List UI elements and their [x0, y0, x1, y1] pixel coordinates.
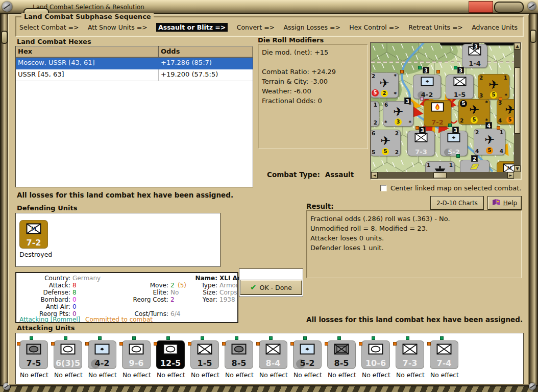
scroll-thumb[interactable]: [515, 67, 520, 134]
scroll-up-button[interactable]: ▲: [514, 43, 521, 50]
attacking-unit[interactable]: 7-4 No effect: [429, 340, 460, 379]
charts-button[interactable]: 2-D-10 Charts: [430, 196, 484, 210]
orange-marker-icon: [17, 342, 20, 346]
hex-column-header[interactable]: Hex: [16, 46, 159, 58]
scrollbar-corner: [514, 172, 521, 179]
map-counter[interactable]: 5-2: [440, 131, 468, 156]
unit-info-label: Country:: [44, 275, 70, 282]
combat-type-value: Assault: [325, 170, 354, 179]
sequence-step[interactable]: Advance Units: [472, 23, 518, 31]
scroll-left-button[interactable]: ◄: [371, 172, 378, 179]
map-counter[interactable]: ✈5*25*: [458, 99, 490, 125]
attacking-unit[interactable]: 10-6 No effect: [360, 340, 392, 379]
unit-effect: No effect: [326, 372, 358, 379]
map-counter[interactable]: ✈62552: [371, 130, 401, 156]
losses-assigned-message-left: All losses for this land combat hex have…: [17, 191, 233, 199]
attacking-unit[interactable]: 9-6 No effect: [121, 340, 153, 379]
map-marker-dot: [420, 97, 424, 101]
attacking-unit[interactable]: 4-2 No effect: [87, 340, 118, 379]
sequence-step[interactable]: Convert =>: [237, 23, 275, 31]
subphase-sequence-title: Land Combat Subphase Sequence: [21, 13, 154, 20]
unit-info-label: Year:: [203, 296, 217, 303]
unit-strength: 8-5: [334, 358, 349, 368]
sequence-step[interactable]: Assault or Blitz =>: [156, 23, 228, 32]
unit-effect: No effect: [258, 372, 289, 379]
mini-map[interactable]: 1-4✈2*52*4-21-5✈2135*✈12✈6**3*7-2✈5*25*✈…: [371, 43, 514, 172]
map-counter[interactable]: 7-3: [407, 131, 435, 156]
unit-info-value: Armor: [219, 282, 238, 289]
sequence-step[interactable]: Retreat Units =>: [408, 23, 463, 31]
unit-strength: 9-6: [129, 358, 144, 368]
map-marker-dot: [454, 66, 457, 69]
unit-strength: 1-5: [198, 358, 212, 368]
sequence-step[interactable]: Select Combat =>: [19, 23, 79, 31]
unit-info-label: Anti-Air:: [46, 303, 70, 310]
hex-stack-badge: 3: [457, 67, 464, 74]
mini-map-panel: 1-4✈2*52*4-21-5✈2135*✈12✈6**3*7-2✈5*25*✈…: [370, 42, 522, 180]
map-counter[interactable]: ✈2135*: [478, 74, 509, 100]
attacking-unit[interactable]: 8-4 No effect: [258, 340, 289, 379]
scroll-thumb[interactable]: [433, 173, 447, 178]
map-counter[interactable]: 11: [425, 161, 455, 172]
map-counter[interactable]: ✈6**3*: [383, 101, 413, 127]
hex-row[interactable]: USSR [45, 63]+19.200 (57.5:5): [16, 69, 253, 81]
scroll-down-button[interactable]: ▼: [514, 165, 521, 172]
sequence-step[interactable]: Hex Control =>: [349, 23, 399, 31]
modifiers-text: Die mod. (net): +15 Combat Ratio: +24.29…: [258, 44, 368, 109]
sequence-step[interactable]: Assign Losses =>: [284, 23, 340, 31]
unit-effect: No effect: [292, 372, 324, 379]
map-marker-dot: [456, 154, 460, 158]
fire-symbol: [431, 102, 444, 112]
attacking-unit[interactable]: 12-5 No effect: [155, 340, 187, 379]
ship-symbol: [433, 163, 447, 172]
hexes-title: Land Combat Hexes: [17, 38, 91, 45]
attacking-unit[interactable]: 7-5 No effect: [18, 340, 50, 379]
attacking-unit[interactable]: 5-2 No effect: [292, 340, 324, 379]
green-marker-icon: [303, 336, 307, 340]
titlebar-right-tab: [494, 2, 524, 13]
attacking-unit[interactable]: 8-5 No effect: [224, 340, 255, 379]
defending-unit[interactable]: M 7-2 Destroyed: [19, 220, 52, 258]
attacking-unit[interactable]: 1-5 No effect: [189, 340, 221, 379]
map-counter[interactable]: ✈12: [371, 101, 379, 127]
modifiers-title: Die Roll Modifiers: [258, 36, 324, 44]
map-counter[interactable]: [484, 43, 514, 45]
map-counter[interactable]: 4-2: [413, 75, 441, 99]
unit-strength: 12-5: [160, 358, 181, 368]
map-counter[interactable]: M: [497, 161, 514, 172]
unit-symbol: [402, 344, 418, 355]
help-button[interactable]: Help: [487, 196, 522, 210]
unit-effect: No effect: [155, 372, 187, 379]
scroll-right-button[interactable]: ►: [507, 172, 514, 179]
militia-symbol: M: [503, 163, 514, 172]
unit-effect: No effect: [395, 372, 426, 379]
attacking-unit[interactable]: 8-5 No effect: [326, 340, 358, 379]
ok-done-label: OK - Done: [260, 284, 292, 291]
attacking-unit[interactable]: 6(3)5 No effect: [53, 340, 84, 379]
green-marker-icon: [406, 336, 409, 340]
titlebar[interactable]: Land Combat Selection & Resolution: [0, 0, 538, 14]
odds-column-header[interactable]: Odds: [159, 46, 253, 58]
map-vertical-scrollbar[interactable]: ▲ ▼: [514, 43, 521, 172]
unit-strength: 6(3)5: [56, 358, 80, 368]
ok-done-button[interactable]: ✔ OK - Done: [240, 280, 302, 295]
hex-row[interactable]: Moscow, USSR [43, 61]+17.286 (85:7): [16, 58, 253, 69]
unit-symbol: [94, 344, 110, 355]
militia-symbol: M: [26, 223, 41, 234]
map-counter[interactable]: ✈2*52*: [371, 72, 399, 98]
center-map-checkbox[interactable]: [380, 185, 387, 191]
map-counter[interactable]: ✈21454: [474, 129, 505, 155]
unit-info-value: Corps: [219, 289, 237, 296]
map-horizontal-scrollbar[interactable]: ◄ ►: [371, 172, 514, 179]
map-counter[interactable]: 7-2: [424, 100, 451, 127]
map-counter[interactable]: 1-5: [446, 75, 474, 99]
orange-marker-icon: [290, 342, 294, 346]
unit-info-value: 0: [72, 296, 77, 303]
orange-marker-icon: [188, 342, 191, 346]
hexes-panel: Hex Odds Moscow, USSR [43, 61]+17.286 (8…: [15, 46, 253, 187]
sequence-step[interactable]: Att Snow Units =>: [88, 23, 148, 31]
attacking-unit[interactable]: 7-3 No effect: [395, 340, 426, 379]
map-counter[interactable]: ✈345: [497, 99, 514, 125]
orange-marker-icon: [427, 342, 431, 346]
unit-info-label: Name:: [195, 275, 217, 282]
